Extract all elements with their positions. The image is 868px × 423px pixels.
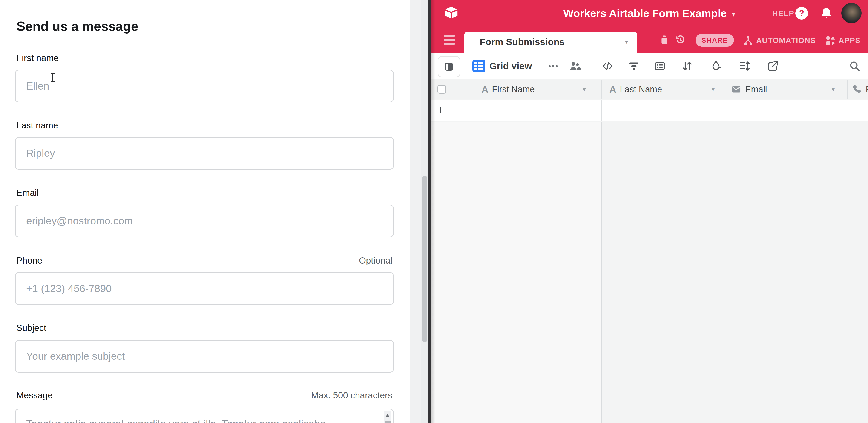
chevron-down-icon[interactable]: ▾ <box>712 80 715 99</box>
base-title: Workers Airtable Form Example <box>563 7 726 20</box>
subject-label-row: Subject <box>15 323 394 333</box>
page-scroll-gutter <box>410 0 421 423</box>
first-name-label-row: First name <box>15 53 394 63</box>
hide-fields-icon[interactable] <box>602 60 614 72</box>
column-header-first-name[interactable]: A First Name <box>482 80 535 99</box>
search-icon[interactable] <box>849 60 861 72</box>
text-field-icon: A <box>482 84 488 95</box>
column-divider[interactable] <box>601 80 602 99</box>
last-name-input[interactable] <box>15 137 394 170</box>
window-divider <box>428 0 431 423</box>
apps-label: APPS <box>839 36 861 45</box>
phone-label-row: Phone Optional <box>15 255 394 266</box>
subject-input[interactable] <box>15 340 394 372</box>
view-name[interactable]: Grid view <box>489 53 532 79</box>
phone-optional-note: Optional <box>359 255 392 266</box>
chevron-down-icon: ▾ <box>732 8 735 18</box>
column-divider <box>601 122 602 423</box>
grid-empty-area <box>431 122 868 423</box>
group-icon[interactable] <box>654 60 666 72</box>
user-avatar[interactable] <box>841 3 862 23</box>
help-question-icon[interactable]: ? <box>795 7 808 20</box>
tables-menu-icon[interactable] <box>444 35 455 45</box>
message-text: Tenetur optio quaerat expedita vero et i… <box>26 418 326 423</box>
contact-form-pane: Send us a message First name Last name E… <box>0 0 428 423</box>
toolbar-divider <box>589 58 589 74</box>
column-divider[interactable] <box>727 80 727 99</box>
automations-label: AUTOMATIONS <box>756 36 816 45</box>
add-record-row[interactable]: + <box>431 100 868 121</box>
trash-icon[interactable] <box>659 34 670 46</box>
first-name-label: First name <box>16 53 59 63</box>
view-toolbar: Grid view <box>431 53 868 80</box>
tab-form-submissions[interactable]: Form Submissions ▾ <box>464 32 637 53</box>
table-header-row: A First Name ▾ A Last Name ▾ Email ▾ <box>431 80 868 99</box>
share-view-icon[interactable] <box>767 60 779 72</box>
email-input[interactable] <box>15 205 394 237</box>
column-header-email[interactable]: Email <box>731 80 767 99</box>
chevron-down-icon[interactable]: ▾ <box>583 80 586 99</box>
sort-icon[interactable] <box>681 60 693 72</box>
apps-button[interactable]: APPS <box>825 35 861 46</box>
table-tab-label: Form Submissions <box>480 32 565 52</box>
primary-column-background <box>431 122 601 423</box>
screen: Send us a message First name Last name E… <box>0 0 868 423</box>
share-button[interactable]: SHARE <box>695 34 734 47</box>
grid-view-icon[interactable] <box>472 60 485 72</box>
chevron-down-icon[interactable]: ▾ <box>832 80 835 99</box>
email-field-icon <box>731 84 742 95</box>
filter-icon[interactable] <box>628 60 640 72</box>
form-title: Send us a message <box>17 19 138 34</box>
scroll-up-arrow-icon[interactable] <box>385 414 390 417</box>
automations-icon <box>742 35 754 46</box>
view-sidebar-toggle-button[interactable] <box>438 56 460 77</box>
column-divider[interactable] <box>847 80 847 99</box>
airtable-pane: Workers Airtable Form Example ▾ HELP ? F… <box>431 0 868 423</box>
last-name-label: Last name <box>16 120 58 131</box>
phone-field-icon <box>851 84 862 95</box>
apps-icon <box>825 35 836 46</box>
sidebar-panel-icon <box>443 61 455 72</box>
chevron-down-icon[interactable]: ▾ <box>625 32 628 52</box>
email-label: Email <box>16 187 39 199</box>
subject-label: Subject <box>16 323 46 333</box>
row-height-icon[interactable] <box>739 60 750 72</box>
text-field-icon: A <box>610 84 616 95</box>
message-textarea[interactable]: Tenetur optio quaerat expedita vero et i… <box>15 409 394 423</box>
page-scrollbar-thumb[interactable] <box>422 176 427 342</box>
view-options-ellipsis-icon[interactable] <box>547 60 559 72</box>
add-record-plus-icon[interactable]: + <box>437 100 444 120</box>
collaborators-icon[interactable] <box>568 60 582 72</box>
message-maxchars-note: Max. 500 characters <box>311 390 392 401</box>
select-all-checkbox[interactable] <box>437 85 446 94</box>
history-icon[interactable] <box>675 34 686 46</box>
textarea-scrollbar[interactable] <box>384 411 391 423</box>
column-header-phone[interactable]: Phone <box>851 80 868 99</box>
textarea-scrollbar-thumb[interactable] <box>384 421 391 423</box>
text-cursor-icon <box>52 73 53 82</box>
color-icon[interactable] <box>710 60 722 72</box>
phone-label: Phone <box>16 255 42 266</box>
help-button[interactable]: HELP <box>772 0 795 27</box>
table-tab-bar: Form Submissions ▾ SHARE AUTO <box>431 27 868 53</box>
message-label: Message <box>16 390 53 401</box>
first-name-input[interactable] <box>15 70 394 102</box>
automations-button[interactable]: AUTOMATIONS <box>742 35 816 46</box>
last-name-label-row: Last name <box>15 120 394 131</box>
column-header-last-name[interactable]: A Last Name <box>610 80 662 99</box>
message-label-row: Message Max. 500 characters <box>15 390 394 401</box>
notifications-bell-icon[interactable] <box>820 6 833 20</box>
phone-input[interactable] <box>15 272 394 305</box>
column-divider <box>601 100 602 121</box>
airtable-topbar: Workers Airtable Form Example ▾ HELP ? <box>431 0 868 27</box>
email-label-row: Email <box>15 187 394 199</box>
